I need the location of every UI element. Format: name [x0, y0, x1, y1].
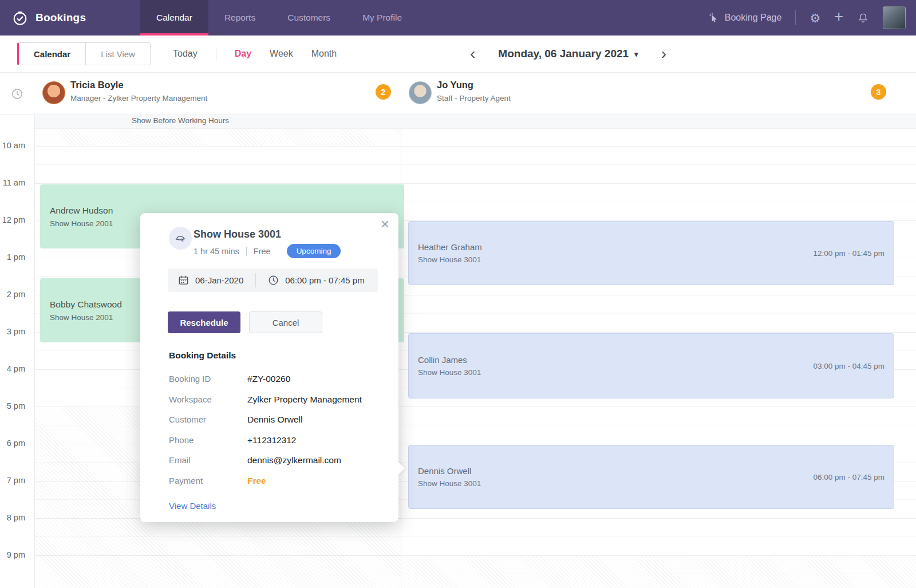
nav-tab-reports[interactable]: Reports: [208, 0, 271, 35]
gear-icon[interactable]: ⚙: [810, 12, 820, 24]
calendar-toolbar: Calendar List View Today Day Week Month …: [0, 35, 916, 73]
non-working-hours-region: [401, 556, 916, 588]
add-icon[interactable]: +: [834, 9, 843, 25]
nav-divider: [795, 10, 796, 25]
range-divider: [216, 47, 216, 61]
app-logo[interactable]: Bookings: [11, 0, 86, 35]
detail-row-workspace: Workspace Zylker Property Management: [169, 394, 381, 415]
event-time-range: 12:00 pm - 01:45 pm: [813, 249, 885, 258]
event-dennis-orwell[interactable]: Dennis Orwell Show House 3001 06:00 pm -…: [408, 445, 894, 509]
detail-label: Phone: [169, 435, 247, 445]
detail-row-payment: Payment Free: [169, 476, 381, 496]
detail-row-booking-id: Booking ID #ZY-00260: [169, 374, 381, 394]
today-button[interactable]: Today: [173, 49, 198, 59]
booking-details-list: Booking ID #ZY-00260 Workspace Zylker Pr…: [169, 374, 381, 496]
reschedule-button[interactable]: Reschedule: [168, 311, 240, 333]
time-label: 3 pm: [0, 327, 25, 336]
date-navigation: ‹ Monday, 06 January 2021 ▾ ›: [467, 35, 670, 72]
bookings-logo-icon: [11, 9, 29, 26]
view-toggle: Calendar List View: [17, 42, 151, 65]
time-label: 4 pm: [0, 364, 25, 373]
booking-page-label: Booking Page: [725, 13, 782, 23]
meta-separator: [246, 247, 247, 256]
time-label: 12 pm: [0, 215, 25, 224]
time-label: 1 pm: [0, 252, 25, 262]
clock-icon: [268, 275, 279, 286]
staff-avatar-tricia[interactable]: [42, 81, 65, 104]
detail-row-phone: Phone +112312312: [169, 435, 381, 456]
detail-label: Email: [169, 455, 247, 465]
staff-avatar-jo[interactable]: [409, 81, 432, 104]
time-label: 5 pm: [0, 401, 25, 411]
booking-time-range: 06:00 pm - 07:45 pm: [285, 275, 364, 285]
popup-duration: 1 hr 45 mins: [194, 247, 239, 256]
booking-page-button[interactable]: Booking Page: [709, 13, 782, 23]
booking-detail-popup: × Show House 3001 1 hr 45 mins Free Upco…: [140, 213, 398, 522]
detail-label: Payment: [169, 476, 247, 486]
bell-icon[interactable]: [857, 12, 869, 24]
nav-tab-customers[interactable]: Customers: [271, 0, 346, 35]
detail-row-customer: Customer Dennis Orwell: [169, 415, 381, 435]
nav-tab-calendar[interactable]: Calendar: [140, 0, 208, 35]
staff-role: Manager - Zylker Property Management: [70, 94, 207, 102]
time-label: 8 pm: [0, 513, 25, 522]
service-icon: [169, 227, 192, 250]
user-avatar[interactable]: [883, 6, 906, 29]
range-week[interactable]: Week: [270, 49, 293, 59]
calendar-icon: [178, 275, 189, 286]
next-day-chevron[interactable]: ›: [658, 46, 670, 62]
detail-row-email: Email dennis@zylkermail.com: [169, 455, 381, 476]
time-label: 9 pm: [0, 550, 25, 559]
event-collin-james[interactable]: Collin James Show House 3001 03:00 pm - …: [408, 333, 894, 398]
non-working-hours-region: [35, 129, 401, 146]
close-icon[interactable]: ×: [381, 215, 389, 233]
prev-day-chevron[interactable]: ‹: [467, 46, 479, 62]
event-heather-graham[interactable]: Heather Graham Show House 3001 12:00 pm …: [408, 221, 894, 285]
bookings-app: Bookings Calendar Reports Customers My P…: [0, 0, 916, 588]
staff-name: Jo Yung: [437, 80, 473, 90]
view-toggle-list[interactable]: List View: [86, 42, 151, 65]
range-month[interactable]: Month: [311, 49, 337, 59]
popup-actions: Reschedule Cancel: [168, 311, 322, 333]
hour-line: [34, 183, 916, 184]
before-hours-label[interactable]: Show Before Working Hours: [132, 116, 229, 125]
cancel-button[interactable]: Cancel: [249, 311, 322, 333]
detail-label: Workspace: [169, 394, 247, 404]
nav-tab-my-profile[interactable]: My Profile: [346, 0, 418, 35]
popup-price: Free: [254, 247, 271, 256]
nav-right-cluster: Booking Page ⚙ +: [709, 0, 906, 35]
time-label: 2 pm: [0, 290, 25, 299]
range-controls: Today Day Week Month: [173, 35, 337, 72]
popup-callout-arrow: [398, 462, 405, 475]
current-date-label: Monday, 06 January 2021: [498, 48, 629, 60]
popup-meta-row: 1 hr 45 mins Free Upcoming: [194, 244, 341, 258]
time-label: 10 am: [0, 141, 25, 150]
detail-label: Customer: [169, 415, 247, 424]
hour-line: [34, 146, 916, 147]
date-picker[interactable]: Monday, 06 January 2021 ▾: [498, 48, 638, 60]
view-details-link[interactable]: View Details: [169, 501, 216, 511]
cursor-icon: [709, 13, 720, 23]
date-time-bar: 06-Jan-2020 06:00 pm - 07:45 pm: [168, 269, 378, 292]
app-title: Bookings: [35, 11, 86, 24]
detail-value-payment: Free: [247, 476, 266, 486]
view-toggle-calendar[interactable]: Calendar: [17, 42, 86, 65]
clock-gutter-icon: [11, 88, 23, 100]
booking-details-heading: Booking Details: [169, 350, 236, 361]
detail-value: Dennis Orwell: [247, 415, 302, 425]
booking-count-badge[interactable]: 2: [376, 84, 391, 100]
range-day[interactable]: Day: [235, 49, 251, 59]
time-label: 7 pm: [0, 476, 25, 485]
status-badge: Upcoming: [287, 244, 341, 258]
caret-down-icon: ▾: [634, 50, 638, 58]
bar-divider: [255, 273, 256, 287]
detail-value: #ZY-00260: [247, 374, 290, 384]
booking-count-badge[interactable]: 3: [871, 84, 886, 100]
staff-name: Tricia Boyle: [70, 80, 124, 90]
popup-service-title: Show House 3001: [194, 228, 281, 240]
time-label: 6 pm: [0, 439, 25, 448]
detail-value: +112312312: [247, 435, 297, 445]
staff-header: Tricia Boyle Manager - Zylker Property M…: [0, 72, 916, 115]
half-hour-line: [34, 164, 916, 165]
nav-tabs: Calendar Reports Customers My Profile: [140, 0, 418, 35]
